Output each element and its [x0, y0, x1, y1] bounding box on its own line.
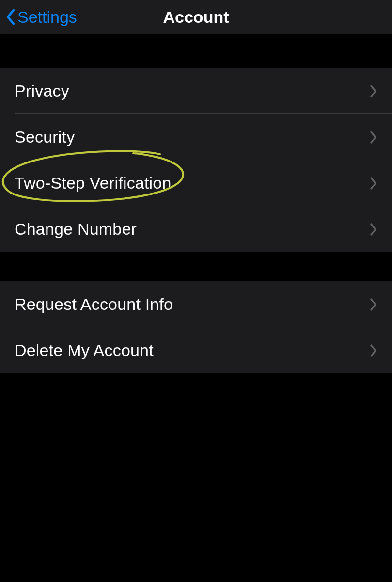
settings-group-2: Request Account Info Delete My Account — [0, 281, 392, 373]
row-label: Change Number — [15, 220, 137, 239]
row-label: Privacy — [15, 81, 69, 100]
row-change-number[interactable]: Change Number — [0, 206, 392, 252]
chevron-right-icon — [370, 344, 377, 357]
chevron-right-icon — [370, 84, 377, 98]
chevron-right-icon — [370, 130, 377, 144]
chevron-right-icon — [370, 177, 377, 190]
back-button[interactable]: Settings — [5, 0, 77, 34]
row-label: Delete My Account — [15, 341, 154, 360]
row-privacy[interactable]: Privacy — [0, 68, 392, 114]
row-label: Request Account Info — [15, 295, 173, 314]
back-label: Settings — [17, 8, 77, 27]
row-label: Security — [15, 128, 75, 146]
navbar: Settings Account — [0, 0, 392, 34]
row-two-step-verification[interactable]: Two-Step Verification — [0, 160, 392, 206]
section-gap — [0, 34, 392, 68]
chevron-right-icon — [370, 298, 377, 311]
row-request-account-info[interactable]: Request Account Info — [0, 281, 392, 327]
chevron-left-icon — [5, 8, 16, 26]
row-delete-my-account[interactable]: Delete My Account — [0, 327, 392, 373]
section-gap — [0, 252, 392, 281]
page-title: Account — [163, 8, 229, 27]
row-label: Two-Step Verification — [15, 174, 172, 193]
settings-group-1: Privacy Security Two-Step Verification C… — [0, 68, 392, 252]
chevron-right-icon — [370, 223, 377, 236]
row-security[interactable]: Security — [0, 114, 392, 160]
